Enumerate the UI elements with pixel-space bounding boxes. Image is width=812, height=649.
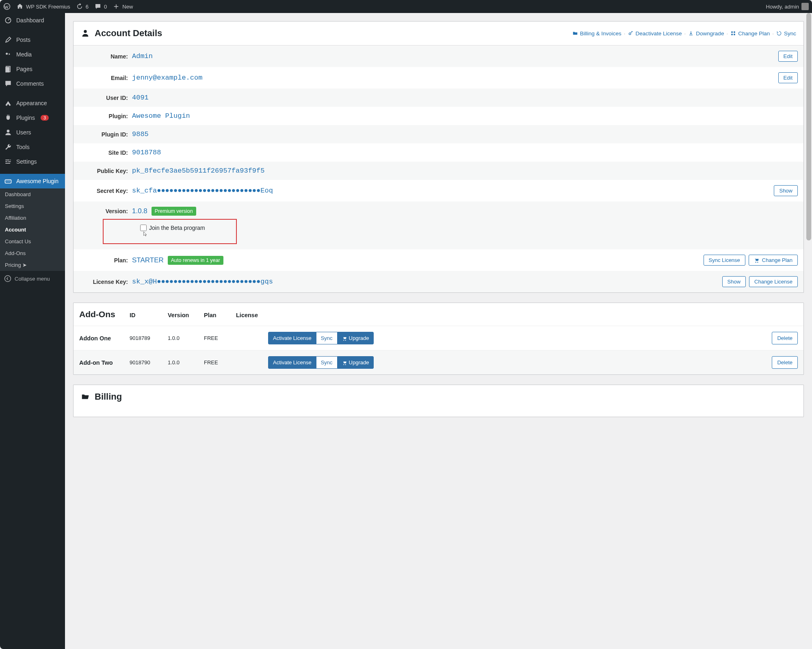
downgrade-link[interactable]: Downgrade <box>688 30 724 37</box>
beta-highlight-box: Join the Beta program <box>103 219 237 244</box>
sidebar-item-media[interactable]: Media <box>0 47 65 62</box>
comment-count: 0 <box>104 4 107 10</box>
email-value: jenny@example.com <box>132 74 778 82</box>
addon-row: Addon One 9018789 1.0.0 FREE Activate Li… <box>74 326 803 350</box>
svg-rect-10 <box>5 163 10 164</box>
activate-license-button[interactable]: Activate License <box>268 356 316 369</box>
sidebar-item-settings[interactable]: Settings <box>0 154 65 169</box>
edit-name-button[interactable]: Edit <box>778 51 798 62</box>
sync-license-button[interactable]: Sync License <box>704 255 745 266</box>
cursor-icon <box>142 230 147 238</box>
row-site-id: Site ID: 9018788 <box>74 143 803 162</box>
submenu-contact-us[interactable]: Contact Us <box>0 236 65 247</box>
key-icon <box>628 30 634 36</box>
svg-rect-15 <box>731 31 733 33</box>
new-label: New <box>122 4 133 10</box>
sidebar-item-appearance[interactable]: Appearance <box>0 96 65 110</box>
row-secret-key: Secret Key: sk_cfa●●●●●●●●●●●●●●●●●●●●●●… <box>74 180 803 201</box>
row-plugin: Plugin: Awesome Plugin <box>74 107 803 125</box>
addon-sync-button[interactable]: Sync <box>316 356 337 369</box>
submenu-account[interactable]: Account <box>0 224 65 236</box>
avatar-icon <box>801 3 809 10</box>
auto-renew-badge: Auto renews in 1 year <box>168 256 223 265</box>
plan-value: STARTER Auto renews in 1 year <box>132 256 704 265</box>
site-name: WP SDK Freemius <box>26 4 70 10</box>
license-key-value: sk_x@H●●●●●●●●●●●●●●●●●●●●●●●●●gqs <box>132 278 722 286</box>
row-license-key: License Key: sk_x@H●●●●●●●●●●●●●●●●●●●●●… <box>74 271 803 292</box>
scrollbar[interactable] <box>806 13 811 645</box>
wp-logo[interactable] <box>3 3 11 10</box>
plugins-update-badge: 3 <box>41 115 49 121</box>
new-link[interactable]: New <box>113 3 133 10</box>
addons-panel: Add-Ons ID Version Plan License Addon On… <box>73 303 804 375</box>
submenu-addons[interactable]: Add-Ons <box>0 247 65 259</box>
deactivate-license-link[interactable]: Deactivate License <box>628 30 682 37</box>
scrollbar-thumb[interactable] <box>806 13 811 240</box>
svg-rect-16 <box>734 31 735 33</box>
public-key-value: pk_8fecfe3ae5b5911f26957fa93f9f5 <box>132 167 798 175</box>
svg-rect-17 <box>731 34 733 35</box>
version-value: 1.0.8 Premium version <box>132 207 798 216</box>
sidebar-item-posts[interactable]: Posts <box>0 32 65 47</box>
change-plan-link[interactable]: Change Plan <box>730 30 770 37</box>
plugin-value: Awesome Plugin <box>132 112 798 120</box>
upgrade-button[interactable]: Upgrade <box>337 356 374 369</box>
activate-license-button[interactable]: Activate License <box>268 332 316 344</box>
submenu-pricing[interactable]: Pricing ➤ <box>0 259 65 271</box>
delete-addon-button[interactable]: Delete <box>772 332 798 344</box>
sidebar-item-comments[interactable]: Comments <box>0 76 65 91</box>
upgrade-button[interactable]: Upgrade <box>337 332 374 344</box>
row-name: Name: Admin Edit <box>74 45 803 67</box>
edit-email-button[interactable]: Edit <box>778 72 798 83</box>
svg-point-12 <box>5 276 11 282</box>
change-plan-button[interactable]: Change Plan <box>749 255 798 266</box>
submenu-dashboard[interactable]: Dashboard <box>0 188 65 200</box>
admin-bar: WP SDK Freemius 6 0 New Howdy, admin <box>0 0 812 13</box>
sidebar-item-tools[interactable]: Tools <box>0 140 65 154</box>
row-plugin-id: Plugin ID: 9885 <box>74 125 803 143</box>
row-email: Email: jenny@example.com Edit <box>74 67 803 89</box>
name-value: Admin <box>132 52 778 60</box>
sidebar-item-pages[interactable]: Pages <box>0 62 65 76</box>
grid-icon <box>730 30 736 36</box>
account-header-links: Billing & Invoices · Deactivate License … <box>572 30 796 37</box>
sync-link[interactable]: Sync <box>776 30 796 37</box>
show-license-button[interactable]: Show <box>722 276 746 287</box>
site-name-link[interactable]: WP SDK Freemius <box>16 3 70 10</box>
change-license-button[interactable]: Change License <box>749 276 798 287</box>
billing-invoices-link[interactable]: Billing & Invoices <box>572 30 621 37</box>
addons-header: Add-Ons ID Version Plan License <box>74 303 803 326</box>
row-user-id: User ID: 4091 <box>74 89 803 107</box>
addon-action-group: Activate License Sync Upgrade <box>268 332 374 344</box>
svg-rect-7 <box>10 160 11 160</box>
download-icon <box>688 30 694 36</box>
addon-row: Add-on Two 9018790 1.0.0 FREE Activate L… <box>74 350 803 374</box>
billing-panel: Billing <box>73 385 804 417</box>
beta-checkbox-label[interactable]: Join the Beta program <box>140 225 205 231</box>
folder-icon <box>572 30 578 36</box>
submenu-settings[interactable]: Settings <box>0 200 65 212</box>
plugin-submenu: Dashboard Settings Affiliation Account C… <box>0 188 65 271</box>
delete-addon-button[interactable]: Delete <box>772 356 798 369</box>
account-details-title: Account Details <box>81 28 162 39</box>
cart-icon <box>754 257 760 263</box>
plugin-id-value: 9885 <box>132 130 798 138</box>
sidebar-item-awesome-plugin[interactable]: Awesome Plugin <box>0 174 65 188</box>
sidebar-item-plugins[interactable]: Plugins3 <box>0 110 65 125</box>
svg-point-5 <box>7 130 10 132</box>
show-secret-button[interactable]: Show <box>774 185 798 196</box>
addon-sync-button[interactable]: Sync <box>316 332 337 344</box>
updates-link[interactable]: 6 <box>76 3 89 10</box>
collapse-menu[interactable]: Collapse menu <box>0 271 65 286</box>
site-id-value: 9018788 <box>132 149 798 156</box>
svg-rect-8 <box>5 161 7 162</box>
refresh-icon <box>776 30 782 36</box>
sidebar-item-users[interactable]: Users <box>0 125 65 140</box>
sidebar-item-dashboard[interactable]: Dashboard <box>0 13 65 28</box>
account-greeting[interactable]: Howdy, admin <box>766 3 809 10</box>
comments-link[interactable]: 0 <box>94 3 107 10</box>
svg-rect-4 <box>5 67 9 72</box>
user-id-value: 4091 <box>132 94 798 102</box>
row-plan: Plan: STARTER Auto renews in 1 year Sync… <box>74 249 803 271</box>
submenu-affiliation[interactable]: Affiliation <box>0 212 65 224</box>
